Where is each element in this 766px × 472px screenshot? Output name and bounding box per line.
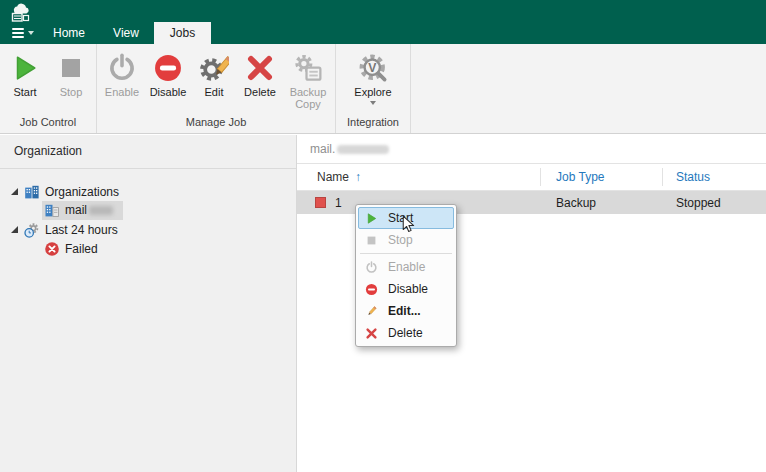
cell-job-type: Backup bbox=[556, 196, 596, 210]
ribbon-tabs: Home View Jobs bbox=[0, 22, 211, 44]
ribbon-group-label-manage-job: Manage Job bbox=[99, 113, 333, 133]
backup-copy-button[interactable]: Backup Copy bbox=[283, 48, 333, 110]
redacted-text bbox=[337, 145, 389, 154]
tree-expanded-caret-icon bbox=[11, 188, 18, 195]
context-menu-item-label: Delete bbox=[388, 326, 423, 340]
start-button[interactable]: Start bbox=[2, 48, 48, 98]
delete-button[interactable]: Delete bbox=[237, 48, 283, 98]
enable-button-label: Enable bbox=[105, 86, 139, 98]
stop-button[interactable]: Stop bbox=[48, 48, 94, 98]
column-header-name-label: Name bbox=[317, 170, 349, 184]
tree-item-organizations[interactable]: Organizations bbox=[0, 182, 296, 201]
column-header-status[interactable]: Status bbox=[676, 170, 710, 184]
stop-square-icon bbox=[56, 50, 86, 86]
tab-home[interactable]: Home bbox=[40, 22, 98, 44]
start-play-icon bbox=[364, 212, 379, 225]
column-divider bbox=[540, 168, 541, 186]
backup-copy-button-label: Backup Copy bbox=[283, 86, 333, 110]
disable-button-label: Disable bbox=[150, 86, 187, 98]
column-header-name[interactable]: Name↑ bbox=[317, 170, 361, 184]
power-icon bbox=[364, 261, 379, 274]
edit-button[interactable]: Edit bbox=[191, 48, 237, 98]
hamburger-icon bbox=[12, 26, 24, 40]
delete-x-icon bbox=[364, 327, 379, 340]
context-menu-item-label: Edit... bbox=[388, 304, 421, 318]
table-header: Name↑ Job Type Status bbox=[297, 164, 766, 191]
organizations-icon bbox=[24, 184, 40, 200]
ribbon: Start Stop Job Control bbox=[0, 44, 766, 134]
breadcrumb-label: mail. bbox=[310, 142, 335, 156]
sidebar-header-label: Organization bbox=[14, 144, 82, 158]
disable-button[interactable]: Disable bbox=[145, 48, 191, 98]
tab-jobs[interactable]: Jobs bbox=[154, 22, 211, 44]
ribbon-group-job-control: Start Stop Job Control bbox=[0, 44, 97, 133]
edit-gear-pencil-icon bbox=[199, 50, 229, 86]
main-menu-button[interactable] bbox=[6, 22, 40, 44]
enable-button[interactable]: Enable bbox=[99, 48, 145, 98]
ribbon-group-label-integration: Integration bbox=[338, 113, 408, 133]
context-menu-item-delete[interactable]: Delete bbox=[358, 322, 454, 344]
context-menu-item-label: Disable bbox=[388, 282, 428, 296]
sort-ascending-icon: ↑ bbox=[355, 170, 361, 184]
failed-icon bbox=[44, 241, 60, 257]
context-menu-item-edit[interactable]: Edit... bbox=[358, 300, 454, 322]
cell-name: 1 bbox=[335, 196, 342, 210]
delete-button-label: Delete bbox=[244, 86, 276, 98]
redacted-text bbox=[89, 206, 113, 215]
stop-button-label: Stop bbox=[60, 86, 83, 98]
tree-item-mail-organization[interactable]: mail bbox=[0, 201, 296, 220]
chevron-down-icon bbox=[28, 31, 34, 35]
title-bar: Home View Jobs bbox=[0, 0, 766, 44]
tab-view[interactable]: View bbox=[98, 22, 154, 44]
explore-button-label: Explore bbox=[354, 86, 391, 98]
delete-x-icon bbox=[245, 50, 275, 86]
ribbon-group-integration: V Explore Integration bbox=[336, 44, 411, 133]
ribbon-group-label-job-control: Job Control bbox=[2, 113, 94, 133]
ribbon-group-manage-job: Enable Disable bbox=[97, 44, 336, 133]
last-24-hours-icon bbox=[24, 222, 40, 238]
organization-tree: Organizations bbox=[0, 182, 296, 258]
tree-selection-highlight: mail bbox=[42, 201, 123, 220]
explore-icon: V bbox=[358, 50, 388, 86]
tree-item-label: Failed bbox=[65, 242, 98, 256]
explore-button[interactable]: V Explore bbox=[338, 48, 408, 105]
organization-icon bbox=[44, 202, 60, 218]
disable-icon bbox=[153, 50, 183, 86]
start-button-label: Start bbox=[13, 86, 36, 98]
menu-separator bbox=[360, 253, 452, 254]
tree-item-label: mail bbox=[65, 203, 87, 217]
context-menu-item-enable[interactable]: Enable bbox=[358, 256, 454, 278]
app-logo-icon bbox=[8, 3, 34, 23]
app-window: Home View Jobs Start Stop bbox=[0, 0, 766, 472]
tree-item-label: Organizations bbox=[45, 185, 119, 199]
disable-icon bbox=[364, 283, 379, 296]
column-divider bbox=[662, 168, 663, 186]
stop-square-icon bbox=[364, 234, 379, 247]
organization-sidebar: Organization bbox=[0, 135, 297, 472]
breadcrumb: mail. bbox=[297, 135, 766, 164]
backup-copy-icon bbox=[293, 50, 323, 86]
column-header-job-type[interactable]: Job Type bbox=[556, 170, 604, 184]
context-menu-item-label: Enable bbox=[388, 260, 425, 274]
sidebar-header: Organization bbox=[0, 135, 296, 169]
pencil-icon bbox=[364, 305, 379, 318]
tree-item-last-24-hours[interactable]: Last 24 hours bbox=[0, 220, 296, 239]
context-menu-item-label: Stop bbox=[388, 233, 413, 247]
power-icon bbox=[107, 50, 137, 86]
tree-expanded-caret-icon bbox=[11, 226, 18, 233]
mouse-cursor-icon bbox=[402, 215, 415, 235]
svg-text:V: V bbox=[368, 61, 377, 75]
edit-button-label: Edit bbox=[205, 86, 224, 98]
context-menu-item-disable[interactable]: Disable bbox=[358, 278, 454, 300]
cell-status: Stopped bbox=[676, 196, 721, 210]
tree-item-label: Last 24 hours bbox=[45, 223, 118, 237]
chevron-down-icon bbox=[370, 101, 376, 105]
job-red-square-icon bbox=[315, 197, 326, 208]
start-play-icon bbox=[10, 50, 40, 86]
tree-item-failed[interactable]: Failed bbox=[0, 239, 296, 258]
